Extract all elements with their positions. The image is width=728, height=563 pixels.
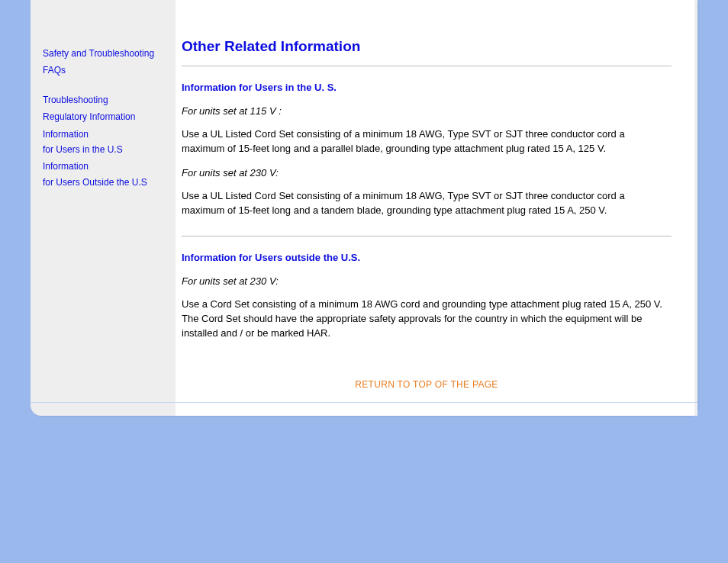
return-to-top-link[interactable]: RETURN TO TOP OF THE PAGE [182,379,672,390]
page-root: Safety and Troubleshooting FAQs Troubles… [0,0,728,563]
nav-link-info-us-2[interactable]: for Users in the U.S [43,142,168,157]
sidebar-nav: Safety and Troubleshooting FAQs Troubles… [31,0,176,416]
body-us-115: Use a UL Listed Cord Set consisting of a… [182,127,670,156]
nav-link-troubleshooting[interactable]: Troubleshooting [43,92,168,108]
voltage-label-230-us: For units set at 230 V: [182,167,672,179]
voltage-label-230-outside: For units set at 230 V: [182,275,672,287]
nav-link-info-us-1[interactable]: Information [43,127,168,142]
nav-link-faqs[interactable]: FAQs [43,63,168,78]
right-gutter [694,0,697,416]
body-us-230: Use a UL Listed Cord Set consisting of a… [182,189,670,218]
bottom-divider [31,402,697,403]
voltage-label-115: For units set at 115 V : [182,105,672,117]
divider-mid [182,236,672,236]
section-heading-us: Information for Users in the U. S. [182,82,672,93]
content-wrap: Other Related Information Information fo… [176,0,697,416]
nav-link-safety[interactable]: Safety and Troubleshooting [43,46,168,61]
nav-link-info-outside-2[interactable]: for Users Outside the U.S [43,175,168,190]
nav-link-regulatory[interactable]: Regulatory Information [43,109,168,124]
nav-link-info-outside-1[interactable]: Information [43,159,168,174]
section-heading-outside: Information for Users outside the U.S. [182,252,672,263]
divider-top [182,66,672,66]
body-outside-230: Use a Cord Set consisting of a minimum 1… [182,298,670,341]
page-title: Other Related Information [182,38,672,55]
main-content: Other Related Information Information fo… [176,0,694,416]
document-panel: Safety and Troubleshooting FAQs Troubles… [31,0,697,416]
